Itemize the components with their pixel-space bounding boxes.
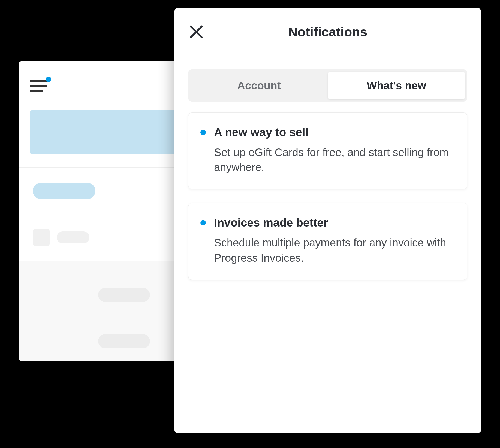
tab-switcher: Account What's new <box>188 69 467 102</box>
notification-title: A new way to sell <box>214 126 308 139</box>
tab-account[interactable]: Account <box>190 72 328 99</box>
panel-title: Notifications <box>174 25 481 39</box>
close-icon <box>188 24 204 40</box>
close-button[interactable] <box>188 24 204 40</box>
notification-card[interactable]: Invoices made better Schedule multiple p… <box>188 203 467 280</box>
unread-dot-icon <box>200 220 206 225</box>
notifications-panel: Notifications Account What's new A new w… <box>174 8 481 433</box>
skeleton-pill <box>33 183 95 199</box>
notification-title: Invoices made better <box>214 216 328 229</box>
skeleton-square <box>33 229 50 246</box>
notification-body: Set up eGift Cards for free, and start s… <box>214 145 455 175</box>
unread-dot-icon <box>200 130 206 135</box>
skeleton-pill <box>57 231 89 243</box>
notifications-header: Notifications <box>174 8 481 56</box>
tab-whats-new[interactable]: What's new <box>328 72 465 99</box>
notification-body: Schedule multiple payments for any invoi… <box>214 235 455 265</box>
menu-icon[interactable] <box>30 80 47 92</box>
notification-card[interactable]: A new way to sell Set up eGift Cards for… <box>188 112 467 189</box>
notification-dot-icon <box>46 77 51 82</box>
